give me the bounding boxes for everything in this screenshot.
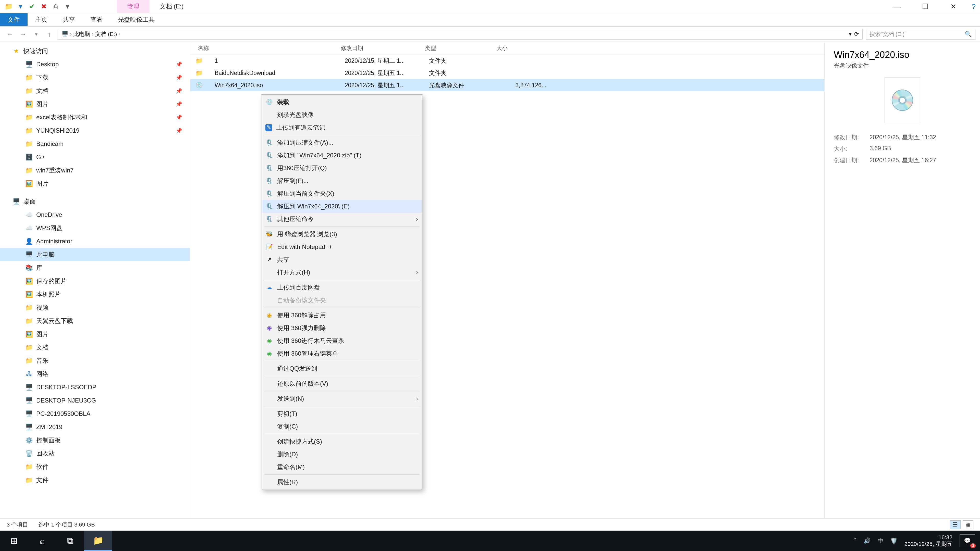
ctx-360-trojan[interactable]: ◉使用 360进行木马云查杀 — [262, 334, 422, 347]
nav-pics-lib[interactable]: 图片 — [0, 327, 190, 341]
ctx-extract-here[interactable]: 🗜️解压到当前文件夹(X) — [262, 187, 422, 200]
nav-pictures-2[interactable]: 图片 — [0, 177, 190, 190]
help-icon[interactable]: ? — [967, 0, 980, 13]
contextual-tab-manage[interactable]: 管理 — [117, 0, 150, 13]
ctx-qq-send[interactable]: 通过QQ发送到 — [262, 362, 422, 375]
ctx-youdao[interactable]: ✎上传到有道云笔记 — [262, 121, 422, 134]
task-view-button[interactable]: ⧉ — [56, 530, 84, 551]
nav-downloads[interactable]: 下载📌 — [0, 71, 190, 84]
ctx-upload-baidu[interactable]: ☁上传到百度网盘 — [262, 281, 422, 294]
breadcrumb[interactable]: 🖥️ › 此电脑 › 文档 (E:) › ▾ ⟳ — [58, 29, 862, 40]
nav-win7reinstall[interactable]: win7重装win7 — [0, 164, 190, 177]
ctx-add-archive[interactable]: 🗜️添加到压缩文件(A)... — [262, 136, 422, 149]
tab-disc-tools[interactable]: 光盘映像工具 — [110, 13, 162, 26]
tab-share[interactable]: 共享 — [55, 13, 83, 26]
chevron-right-icon[interactable]: › — [70, 31, 72, 38]
nav-desktop[interactable]: Desktop📌 — [0, 58, 190, 71]
search-input[interactable]: 搜索"文档 (E:)" 🔍 — [865, 29, 975, 40]
ctx-extract-to[interactable]: 🗜️解压到(F)... — [262, 175, 422, 187]
nav-quick-access[interactable]: 快速访问 — [0, 44, 190, 58]
back-button[interactable]: ← — [5, 29, 15, 39]
ctx-360-unlock[interactable]: ◉使用 360解除占用 — [262, 309, 422, 322]
tray-ime-indicator[interactable]: 中 — [878, 537, 883, 545]
nav-wps[interactable]: WPS网盘 — [0, 221, 190, 235]
ctx-360-force-del[interactable]: ◉使用 360强力删除 — [262, 322, 422, 334]
nav-pc4[interactable]: ZMT2019 — [0, 421, 190, 433]
ctx-360-menu[interactable]: ◉使用 360管理右键菜单 — [262, 347, 422, 360]
ctx-burn[interactable]: 刻录光盘映像 — [262, 108, 422, 121]
nav-this-pc[interactable]: 此电脑 — [0, 248, 190, 261]
ctx-restore-prev[interactable]: 还原以前的版本(V) — [262, 377, 422, 390]
minimize-button[interactable]: — — [883, 0, 911, 13]
ctx-cut[interactable]: 剪切(T) — [262, 407, 422, 420]
ctx-open-with[interactable]: 打开方式(H)› — [262, 266, 422, 279]
nav-onedrive[interactable]: OneDrive — [0, 208, 190, 221]
ctx-rename[interactable]: 重命名(M) — [262, 461, 422, 473]
file-row[interactable]: 📁 BaiduNetdiskDownload 2020/12/25, 星期五 1… — [190, 67, 824, 79]
search-button[interactable]: ⌕ — [28, 530, 56, 551]
chevron-right-icon[interactable]: › — [118, 31, 120, 38]
close-button[interactable]: ✕ — [939, 0, 967, 13]
qat-check-icon[interactable]: ✔ — [28, 3, 36, 11]
tray-volume-icon[interactable]: 🔊 — [864, 537, 870, 544]
ctx-share[interactable]: ↗共享 — [262, 253, 422, 266]
nav-libraries[interactable]: 库 — [0, 261, 190, 275]
view-details-button[interactable]: ☰ — [950, 520, 961, 529]
nav-documents[interactable]: 文档📌 — [0, 84, 190, 97]
tab-file[interactable]: 文件 — [0, 13, 27, 26]
qat-close-icon[interactable]: ✖ — [40, 3, 48, 11]
nav-admin[interactable]: Administrator — [0, 235, 190, 248]
nav-pc3[interactable]: PC-20190530OBLA — [0, 407, 190, 421]
ctx-create-shortcut[interactable]: 创建快捷方式(S) — [262, 435, 422, 448]
view-thumbnails-button[interactable]: ▦ — [963, 520, 974, 529]
nav-g-drive[interactable]: G:\ — [0, 151, 190, 164]
nav-pc1[interactable]: DESKTOP-LSSOEDP — [0, 381, 190, 394]
tab-home[interactable]: 主页 — [27, 13, 55, 26]
ctx-notepadpp[interactable]: 📝Edit with Notepad++ — [262, 241, 422, 253]
col-size[interactable]: 大小 — [496, 44, 547, 52]
qat-save-icon[interactable]: ▾ — [16, 3, 24, 11]
tab-view[interactable]: 查看 — [83, 13, 110, 26]
breadcrumb-root[interactable]: 此电脑 — [73, 30, 90, 38]
address-dropdown-icon[interactable]: ▾ — [849, 31, 852, 38]
forward-button[interactable]: → — [18, 29, 28, 39]
qat-dropdown-icon[interactable]: ▾ — [63, 3, 72, 11]
col-type[interactable]: 类型 — [425, 44, 496, 52]
start-button[interactable]: ⊞ — [0, 530, 28, 551]
nav-network[interactable]: 网络 — [0, 367, 190, 381]
taskbar-explorer[interactable]: 📁 — [84, 530, 112, 551]
nav-bandicam[interactable]: Bandicam — [0, 137, 190, 151]
chevron-right-icon[interactable]: › — [92, 31, 94, 38]
ctx-browse-bee[interactable]: 🐝用 蜂蜜浏览器 浏览(3) — [262, 228, 422, 241]
ctx-delete[interactable]: 删除(D) — [262, 448, 422, 461]
taskbar-clock[interactable]: 16:32 2020/12/25, 星期五 — [904, 534, 953, 548]
nav-pictures[interactable]: 图片📌 — [0, 97, 190, 111]
nav-local-photos[interactable]: 本机照片 — [0, 288, 190, 301]
ctx-extract-named[interactable]: 🗜️解压到 Win7x64_2020\ (E) — [262, 200, 422, 213]
col-date[interactable]: 修改日期 — [341, 44, 425, 52]
nav-desktop-group[interactable]: 桌面 — [0, 195, 190, 208]
nav-music-lib[interactable]: 音乐 — [0, 354, 190, 367]
nav-yunqishi[interactable]: YUNQISHI2019📌 — [0, 124, 190, 137]
file-row[interactable]: 📁 1 2020/12/15, 星期二 1... 文件夹 — [190, 55, 824, 67]
maximize-button[interactable]: ☐ — [911, 0, 939, 13]
ctx-copy[interactable]: 复制(C) — [262, 420, 422, 433]
nav-saved-pics[interactable]: 保存的图片 — [0, 275, 190, 288]
breadcrumb-drive[interactable]: 文档 (E:) — [95, 30, 117, 38]
action-center-button[interactable]: 💬3 — [959, 534, 975, 547]
file-row-selected[interactable]: 💿 Win7x64_2020.iso 2020/12/25, 星期五 1... … — [190, 79, 824, 91]
ctx-properties[interactable]: 属性(R) — [262, 476, 422, 489]
tray-security-icon[interactable]: 🛡️ — [891, 537, 897, 544]
nav-videos[interactable]: 视频 — [0, 301, 190, 314]
nav-excel-folder[interactable]: excel表格制作求和📌 — [0, 111, 190, 124]
tray-chevron-up-icon[interactable]: ˄ — [854, 537, 856, 544]
nav-control-panel[interactable]: 控制面板 — [0, 433, 190, 447]
search-icon[interactable]: 🔍 — [965, 31, 972, 38]
nav-tianyi[interactable]: 天翼云盘下载 — [0, 314, 190, 327]
col-name[interactable]: 名称 — [190, 44, 341, 52]
nav-recycle-bin[interactable]: 回收站 — [0, 447, 190, 460]
ctx-add-zip[interactable]: 🗜️添加到 "Win7x64_2020.zip" (T) — [262, 149, 422, 162]
ctx-other-compress[interactable]: 🗜️其他压缩命令› — [262, 213, 422, 225]
ctx-send-to[interactable]: 发送到(N)› — [262, 392, 422, 405]
up-button[interactable]: ↑ — [45, 29, 55, 39]
